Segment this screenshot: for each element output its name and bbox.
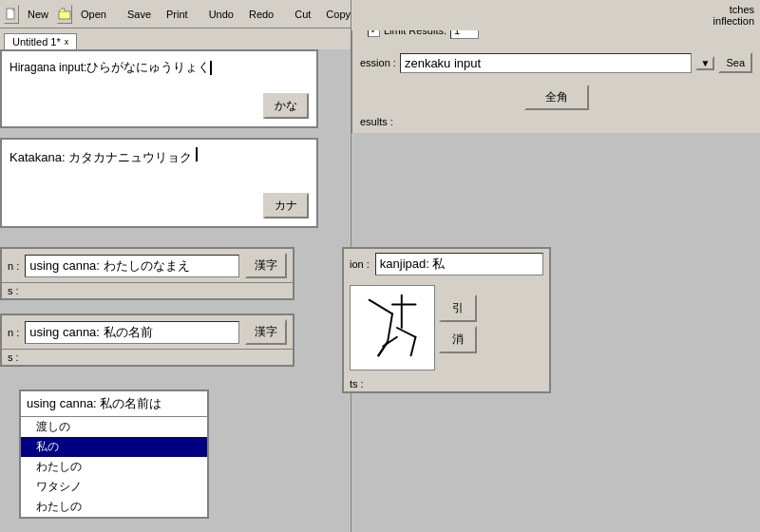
new-icon[interactable] xyxy=(4,5,19,24)
kanjipad-canvas-area: 引 消 xyxy=(344,279,549,376)
dropdown-item-3[interactable]: ワタシノ xyxy=(21,477,207,497)
canna2-status: s : xyxy=(2,349,293,365)
new-button[interactable]: New xyxy=(21,6,55,23)
open-button[interactable]: Open xyxy=(74,6,113,23)
dropdown-item-4[interactable]: わたしの xyxy=(21,497,207,517)
tabbar: Untitled 1* x xyxy=(0,28,352,49)
kanji-drawing[interactable] xyxy=(350,285,435,370)
print-button[interactable]: Print xyxy=(160,6,195,23)
tab-untitled[interactable]: Untitled 1* x xyxy=(4,33,77,49)
svg-line-4 xyxy=(388,314,392,341)
zenkaku-label: ession : xyxy=(360,57,396,68)
canna1-label: n : xyxy=(8,260,19,272)
toolbar: New Open Save Print Undo Redo Cut Copy xyxy=(0,0,352,28)
canna1-kanji-button[interactable]: 漢字 xyxy=(245,253,287,278)
canna2-status-text: s : xyxy=(8,352,19,363)
cut-button[interactable]: Cut xyxy=(288,6,317,23)
dropdown-input-text: using canna: 私の名前は xyxy=(27,396,162,410)
kanjipad-input-text: kanjipad: 私 xyxy=(380,256,446,271)
tab-close-button[interactable]: x xyxy=(65,37,69,47)
dropdown-list: 渡しの 私の わたしの ワタシノ わたしの xyxy=(21,417,207,517)
canna-panel-1: n : using canna: わたしのなまえ 漢字 s : xyxy=(0,247,294,300)
hiragana-label: Hiragana input: xyxy=(10,61,86,74)
dropdown-arrow[interactable]: ▼ xyxy=(695,56,714,70)
canna2-input-row: n : using canna: 私の名前 漢字 xyxy=(2,315,293,349)
dropdown-item-0[interactable]: 渡しの xyxy=(21,417,207,437)
inflection-text: inflection xyxy=(357,15,754,27)
tab-label: Untitled 1* xyxy=(12,36,61,48)
top-right-extras: tches inflection xyxy=(352,0,760,30)
kanji-svg xyxy=(351,286,434,370)
kanjipad-input[interactable]: kanjipad: 私 xyxy=(375,253,543,276)
kana-button[interactable]: かな xyxy=(263,93,309,119)
zenkaku-search-row: ession : ▼ Sea xyxy=(352,45,760,81)
matches-text: tches xyxy=(357,4,754,15)
kanjipad-panel: ion : kanjipad: 私 引 消 ts : xyxy=(342,247,551,393)
kanjipad-top-row: ion : kanjipad: 私 xyxy=(344,249,549,279)
results-label-row: esults : xyxy=(352,114,760,129)
canna1-input-row: n : using canna: わたしのなまえ 漢字 xyxy=(2,249,293,282)
katakana-label: Katakana: カタカナニュウリョク xyxy=(10,150,192,164)
kanjipad-status-text: ts : xyxy=(350,378,364,390)
svg-line-10 xyxy=(383,337,397,347)
canna1-status-text: s : xyxy=(8,285,19,296)
katakana-cursor xyxy=(196,147,198,162)
results-label: esults : xyxy=(360,116,393,127)
zenkaku-btn-row: 全角 xyxy=(352,81,760,114)
canna2-text[interactable]: using canna: 私の名前 xyxy=(25,321,239,344)
kanjipad-draw-button[interactable]: 引 xyxy=(439,294,477,322)
canna1-text-value: using canna: わたしのなまえ xyxy=(29,258,189,273)
svg-line-8 xyxy=(397,328,416,337)
save-button[interactable]: Save xyxy=(121,6,158,23)
kanjipad-buttons: 引 消 xyxy=(439,285,477,370)
canna2-label: n : xyxy=(8,327,19,338)
dropdown-item-2[interactable]: わたしの xyxy=(21,457,207,477)
zenkaku-input[interactable] xyxy=(400,53,693,73)
canna2-kanji-button[interactable]: 漢字 xyxy=(245,319,287,345)
canna1-status: s : xyxy=(2,282,293,298)
undo-button[interactable]: Undo xyxy=(202,6,240,23)
dropdown-item-1[interactable]: 私の xyxy=(21,437,207,457)
katakana-button[interactable]: カナ xyxy=(263,193,309,218)
canna2-text-value: using canna: 私の名前 xyxy=(29,325,152,339)
svg-rect-2 xyxy=(59,11,70,19)
hiragana-panel: Hiragana input: ひらがなにゅうりょく かな xyxy=(0,49,318,128)
zenkaku-button[interactable]: 全角 xyxy=(524,85,589,110)
katakana-panel: Katakana: カタカナニュウリョク カナ xyxy=(0,138,318,228)
svg-line-9 xyxy=(411,337,416,356)
katakana-text-line: Katakana: カタカナニュウリョク xyxy=(10,147,309,166)
open-icon[interactable] xyxy=(57,5,72,24)
canna1-text[interactable]: using canna: わたしのなまえ xyxy=(25,255,239,277)
canna-dropdown-panel: using canna: 私の名前は 渡しの 私の わたしの ワタシノ わたしの xyxy=(19,390,209,519)
cursor xyxy=(210,61,212,75)
kanjipad-label: ion : xyxy=(350,258,370,270)
kanjipad-clear-button[interactable]: 消 xyxy=(439,326,477,353)
canna-panel-2: n : using canna: 私の名前 漢字 s : xyxy=(0,314,294,367)
redo-button[interactable]: Redo xyxy=(242,6,280,23)
hiragana-text: ひらがなにゅうりょく xyxy=(86,59,210,76)
svg-line-3 xyxy=(370,300,392,314)
search-button[interactable]: Sea xyxy=(718,52,752,73)
hiragana-input-line: Hiragana input: ひらがなにゅうりょく xyxy=(10,59,309,76)
dropdown-input-row: using canna: 私の名前は xyxy=(21,391,207,417)
kanjipad-status: ts : xyxy=(344,376,549,391)
